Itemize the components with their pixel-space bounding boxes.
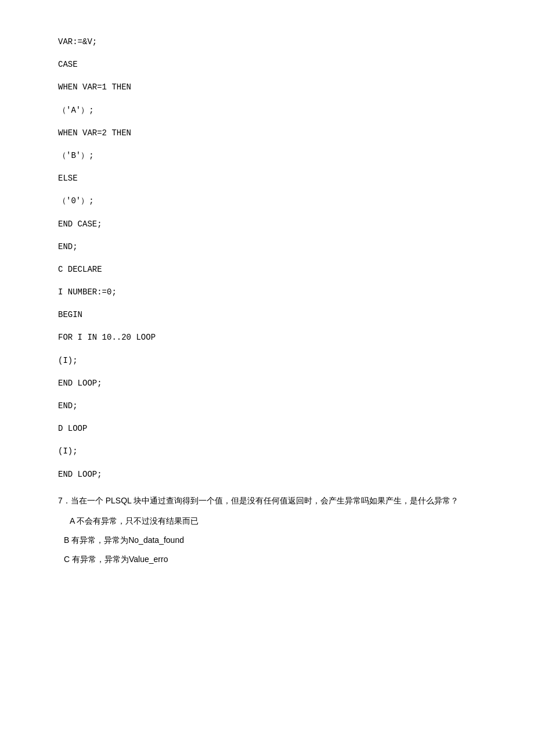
code-line-i-call2: (I); [58,444,476,459]
option-a: A 不会有异常，只不过没有结果而已 [58,514,476,528]
code-line-var: VAR:=&V; [58,35,476,49]
code-line-end-loop2: END LOOP; [58,467,476,482]
question-7-block: 7．当在一个 PLSQL 块中通过查询得到一个值，但是没有任何值返回时，会产生异… [58,494,476,567]
code-line-begin: BEGIN [58,308,476,322]
code-line-0: （'0'）; [58,194,476,208]
code-line-when1: WHEN VAR=1 THEN [58,80,476,95]
code-line-b: （'B'）; [58,149,476,163]
code-line-else: ELSE [58,171,476,186]
page-content: VAR:=&V; CASE WHEN VAR=1 THEN （'A'）; WHE… [58,35,476,567]
code-line-i-number: I NUMBER:=0; [58,285,476,300]
code-line-end1: END; [58,240,476,254]
option-c: C 有异常，异常为Value_erro [58,552,476,567]
code-line-when2: WHEN VAR=2 THEN [58,126,476,141]
code-block: VAR:=&V; CASE WHEN VAR=1 THEN （'A'）; WHE… [58,35,476,482]
option-b: B 有异常，异常为No_data_found [58,533,476,548]
code-line-c-declare: C DECLARE [58,262,476,277]
code-line-i-call: (I); [58,354,476,368]
code-line-case: CASE [58,57,476,72]
code-line-end-case: END CASE; [58,217,476,232]
code-line-for-loop: FOR I IN 10..20 LOOP [58,330,476,345]
question-7-text: 7．当在一个 PLSQL 块中通过查询得到一个值，但是没有任何值返回时，会产生异… [58,494,476,508]
code-line-d-loop: D LOOP [58,422,476,436]
code-line-a: （'A'）; [58,103,476,118]
code-line-end2: END; [58,399,476,413]
code-line-end-loop1: END LOOP; [58,376,476,391]
